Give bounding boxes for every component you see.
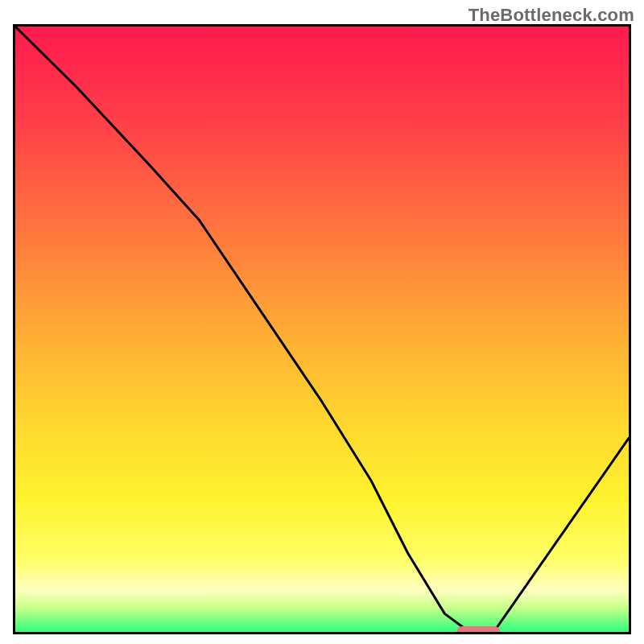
plot-frame	[13, 24, 631, 634]
chart-canvas: TheBottleneck.com	[0, 0, 644, 644]
optimum-marker	[457, 626, 500, 632]
curve-layer	[15, 27, 629, 632]
watermark-label: TheBottleneck.com	[469, 5, 634, 26]
bottleneck-curve	[15, 27, 629, 632]
